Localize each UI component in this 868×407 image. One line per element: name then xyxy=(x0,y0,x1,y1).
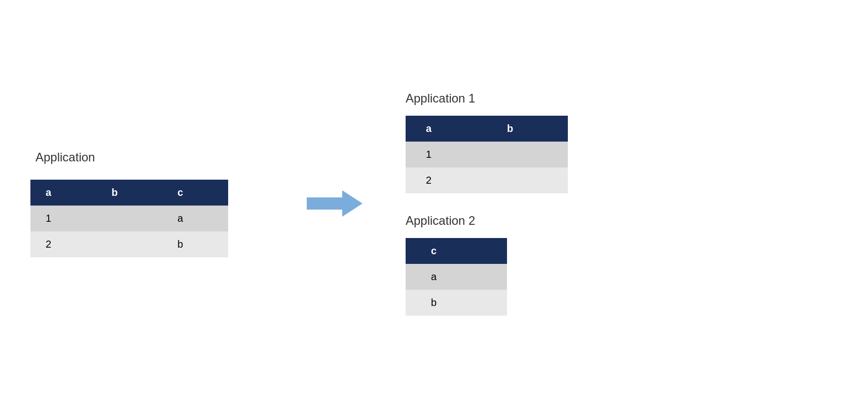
app1-r1c2 xyxy=(487,142,568,167)
app2-table: c a b xyxy=(406,238,507,316)
table-row: a xyxy=(406,264,507,290)
right-section: Application 1 a b 1 2 xyxy=(385,91,838,316)
source-r2c3: b xyxy=(162,231,228,257)
table-row: b xyxy=(406,290,507,316)
source-r1c1: 1 xyxy=(30,206,96,231)
source-r1c2 xyxy=(96,206,162,231)
left-section: Application a b c 1 a 2 b xyxy=(30,150,284,257)
app1-r1c1: 1 xyxy=(406,142,487,167)
table-row: 2 b xyxy=(30,231,228,257)
app1-block: Application 1 a b 1 2 xyxy=(406,91,568,193)
app1-r2c1: 2 xyxy=(406,167,487,193)
source-col-b: b xyxy=(96,180,162,206)
app2-col-c: c xyxy=(406,238,507,264)
app2-title: Application 2 xyxy=(406,214,475,228)
app1-title: Application 1 xyxy=(406,91,475,106)
app2-r2c1: b xyxy=(406,290,507,316)
app1-table: a b 1 2 xyxy=(406,116,568,193)
source-col-a: a xyxy=(30,180,96,206)
source-table: a b c 1 a 2 b xyxy=(30,180,228,257)
table-row: 1 a xyxy=(30,206,228,231)
table-row: 2 xyxy=(406,167,568,193)
app2-block: Application 2 c a b xyxy=(406,214,507,316)
source-r2c1: 2 xyxy=(30,231,96,257)
svg-marker-0 xyxy=(307,190,363,217)
app1-col-b: b xyxy=(487,116,568,142)
source-col-c: c xyxy=(162,180,228,206)
right-arrow-icon xyxy=(307,188,363,219)
app1-r2c2 xyxy=(487,167,568,193)
source-r1c3: a xyxy=(162,206,228,231)
app1-col-a: a xyxy=(406,116,487,142)
arrow-section xyxy=(284,188,385,219)
main-container: Application a b c 1 a 2 b xyxy=(0,0,868,407)
table-row: 1 xyxy=(406,142,568,167)
app2-r1c1: a xyxy=(406,264,507,290)
source-r2c2 xyxy=(96,231,162,257)
left-title: Application xyxy=(35,150,95,164)
